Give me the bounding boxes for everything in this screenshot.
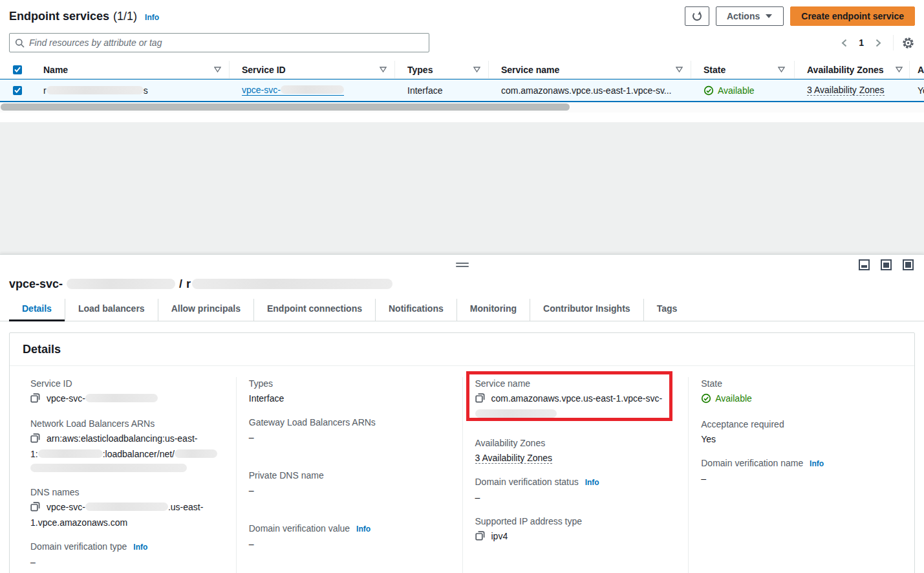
field-label: Service name — [475, 377, 676, 390]
field-value: arn:aws:elasticloadbalancing:us-east- 1:… — [30, 431, 223, 475]
search-input[interactable] — [9, 33, 429, 52]
preferences-gear-icon[interactable] — [901, 36, 915, 50]
scrollbar-thumb[interactable] — [1, 103, 570, 111]
field-domain-verification-status: Domain verification status Info – — [475, 475, 676, 504]
panel-size-full-icon[interactable] — [903, 259, 914, 270]
create-endpoint-service-button[interactable]: Create endpoint service — [790, 6, 915, 26]
search-icon — [15, 38, 25, 48]
select-all-checkbox[interactable] — [13, 65, 22, 74]
tab-tags[interactable]: Tags — [643, 299, 691, 321]
redacted-text — [38, 449, 103, 458]
panel-layout-controls — [859, 259, 914, 270]
availability-zones-popover[interactable]: 3 Availability Zones — [807, 85, 885, 96]
redacted-text — [67, 279, 175, 289]
column-header-types[interactable]: Types — [394, 61, 488, 78]
table-section: Endpoint services (1/1) Info Actions — [0, 0, 924, 122]
column-label: Name — [43, 65, 68, 75]
column-header-name[interactable]: Name — [31, 61, 229, 78]
field-label: Private DNS name — [249, 469, 449, 482]
field-value: ipv4 — [475, 529, 676, 545]
sort-icon[interactable] — [896, 67, 903, 72]
value-text: ipv4 — [491, 531, 508, 541]
field-acceptance-required: Acceptance required Yes — [701, 418, 901, 446]
endpoint-services-table: Name Service ID Types — [0, 61, 924, 122]
sort-icon[interactable] — [214, 67, 221, 72]
redacted-text — [175, 449, 217, 458]
field-label-text: Domain verification name — [701, 458, 803, 468]
field-value: – — [30, 555, 223, 569]
field-label: Domain verification name Info — [701, 457, 901, 470]
panel-drag-handle-icon[interactable] — [456, 263, 469, 269]
column-header-service-id[interactable]: Service ID — [229, 61, 394, 78]
panel-size-small-icon[interactable] — [859, 259, 870, 270]
info-link[interactable]: Info — [133, 543, 147, 552]
panel-handle-row — [0, 255, 924, 276]
info-link[interactable]: Info — [810, 459, 824, 468]
column-header-acceptance-required[interactable]: Acceptance required — [909, 61, 924, 78]
field-domain-verification-value: Domain verification value Info – — [249, 522, 449, 551]
sort-icon[interactable] — [473, 67, 480, 72]
service-id-link[interactable]: vpce-svc- — [242, 85, 344, 96]
select-all-cell — [0, 61, 31, 78]
refresh-button[interactable] — [685, 6, 709, 26]
info-link[interactable]: Info — [585, 478, 599, 487]
row-checkbox[interactable] — [13, 86, 22, 95]
tab-load-balancers[interactable]: Load balancers — [65, 299, 158, 321]
caret-down-icon — [765, 14, 773, 19]
sort-icon[interactable] — [380, 67, 387, 72]
tab-details[interactable]: Details — [9, 299, 65, 321]
current-page-number[interactable]: 1 — [854, 38, 869, 48]
cell-service-id: vpce-svc- — [229, 80, 394, 101]
header-info-link[interactable]: Info — [145, 13, 159, 22]
actions-button[interactable]: Actions — [716, 6, 784, 26]
copy-icon[interactable] — [30, 501, 40, 515]
column-header-service-name[interactable]: Service name — [488, 61, 691, 78]
copy-icon[interactable] — [30, 433, 40, 447]
pagination: 1 — [837, 35, 915, 50]
tab-notifications[interactable]: Notifications — [375, 299, 457, 321]
tab-allow-principals[interactable]: Allow principals — [158, 299, 253, 321]
header-actions: Actions Create endpoint service — [685, 6, 915, 26]
tab-contributor-insights[interactable]: Contributor Insights — [530, 299, 643, 321]
redacted-text — [281, 85, 344, 94]
copy-icon[interactable] — [30, 393, 40, 407]
horizontal-scrollbar[interactable] — [0, 102, 924, 113]
field-service-name: Service name com.amazonaws.vpce.us-east-… — [475, 377, 676, 421]
field-gwlb-arns: Gateway Load Balancers ARNs – — [249, 416, 449, 444]
cell-acceptance-required: Yes — [909, 80, 924, 101]
copy-icon[interactable] — [475, 393, 485, 407]
field-label: Domain verification status Info — [475, 475, 676, 489]
field-value: – — [249, 483, 449, 497]
info-link[interactable]: Info — [356, 524, 371, 534]
table-row[interactable]: rs vpce-svc- Interface com.amazonaws.vpc… — [0, 79, 924, 102]
field-dns-names: DNS names vpce-svc-.us-east- 1.vpce.amaz… — [30, 486, 223, 530]
details-column-2: Types Interface Gateway Load Balancers A… — [236, 377, 462, 573]
field-label-text: Domain verification status — [475, 477, 579, 487]
panel-size-half-icon[interactable] — [881, 259, 892, 270]
column-header-availability-zones[interactable]: Availability Zones — [794, 61, 909, 78]
details-card: Details Service ID vpce-svc- Network Loa… — [9, 332, 915, 573]
details-column-3: Service name com.amazonaws.vpce.us-east-… — [462, 377, 689, 573]
field-label-text: Domain verification value — [249, 523, 350, 534]
chevron-left-icon[interactable] — [837, 36, 851, 50]
field-label: Service ID — [30, 377, 223, 390]
value-text: 1.vpce.amazonaws.com — [30, 517, 127, 528]
tab-endpoint-connections[interactable]: Endpoint connections — [253, 299, 375, 321]
column-header-state[interactable]: State — [691, 61, 794, 78]
field-value: Interface — [249, 391, 449, 405]
panel-title-separator: / — [179, 277, 182, 291]
field-domain-verification-name: Domain verification name Info – — [701, 457, 901, 486]
field-label: Supported IP address type — [475, 515, 676, 528]
sort-icon[interactable] — [676, 67, 683, 72]
panel-title: vpce-svc- / r — [0, 276, 924, 292]
sort-icon[interactable] — [778, 67, 785, 72]
tab-monitoring[interactable]: Monitoring — [457, 299, 530, 321]
status-badge: Available — [701, 391, 752, 405]
value-text: com.amazonaws.vpce.us-east-1.vpce-svc- — [491, 393, 663, 404]
acceptance-text: Yes — [918, 85, 924, 96]
field-label: Network Load Balancers ARNs — [30, 417, 223, 430]
availability-zones-popover[interactable]: 3 Availability Zones — [475, 453, 553, 464]
cell-service-name: com.amazonaws.vpce.us-east-1.vpce-sv... — [488, 80, 691, 101]
chevron-right-icon[interactable] — [872, 36, 885, 50]
copy-icon[interactable] — [475, 530, 485, 545]
